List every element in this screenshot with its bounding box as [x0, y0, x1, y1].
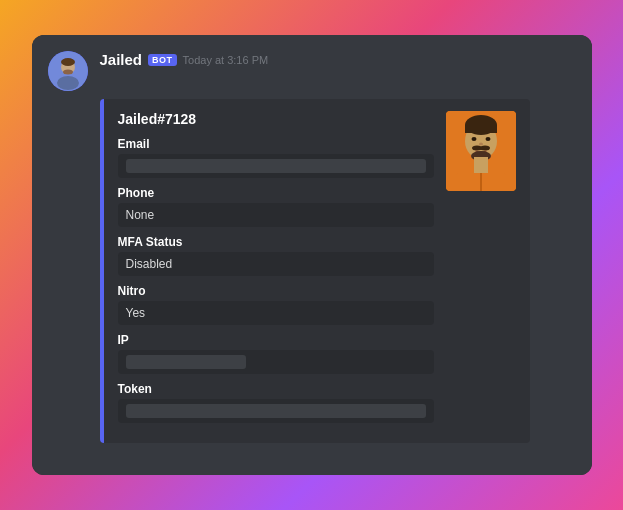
- svg-point-3: [63, 70, 73, 75]
- field-email-label: Email: [118, 137, 434, 151]
- field-token-label: Token: [118, 382, 434, 396]
- timestamp: Today at 3:16 PM: [183, 54, 269, 66]
- svg-point-9: [471, 137, 476, 141]
- app-window: Jailed BOT Today at 3:16 PM Jailed#7128 …: [32, 35, 592, 475]
- redacted-ip-bar: [126, 355, 246, 369]
- embed-title: Jailed#7128: [118, 111, 434, 127]
- field-ip-label: IP: [118, 333, 434, 347]
- field-token-value: [118, 399, 434, 423]
- svg-point-11: [479, 143, 483, 146]
- redacted-token-bar: [126, 404, 426, 418]
- embed-fields: Jailed#7128 Email Phone None MFA Status …: [118, 111, 434, 431]
- field-phone-label: Phone: [118, 186, 434, 200]
- chat-area: Jailed BOT Today at 3:16 PM Jailed#7128 …: [32, 35, 592, 475]
- embed: Jailed#7128 Email Phone None MFA Status …: [100, 99, 530, 443]
- username: Jailed: [100, 51, 143, 68]
- field-phone-value: None: [118, 203, 434, 227]
- field-mfa-value: Disabled: [118, 252, 434, 276]
- field-token: Token: [118, 382, 434, 423]
- field-mfa-label: MFA Status: [118, 235, 434, 249]
- field-ip-value: [118, 350, 434, 374]
- svg-rect-16: [474, 157, 488, 173]
- profile-photo-inner: [446, 111, 516, 191]
- bot-badge: BOT: [148, 54, 177, 66]
- redacted-email-bar: [126, 159, 426, 173]
- field-ip: IP: [118, 333, 434, 374]
- message-meta-container: Jailed BOT Today at 3:16 PM: [100, 51, 269, 70]
- field-email-value: [118, 154, 434, 178]
- field-email: Email: [118, 137, 434, 178]
- field-phone: Phone None: [118, 186, 434, 227]
- profile-photo-svg: [446, 111, 516, 191]
- field-nitro-label: Nitro: [118, 284, 434, 298]
- embed-content: Jailed#7128 Email Phone None MFA Status …: [118, 111, 516, 431]
- message-meta: Jailed BOT Today at 3:16 PM: [100, 51, 269, 68]
- svg-point-10: [485, 137, 490, 141]
- profile-photo: [446, 111, 516, 191]
- svg-point-13: [480, 146, 490, 151]
- field-nitro: Nitro Yes: [118, 284, 434, 325]
- svg-point-2: [61, 58, 75, 66]
- svg-rect-8: [465, 125, 497, 133]
- avatar: [48, 51, 88, 91]
- message-header: Jailed BOT Today at 3:16 PM: [48, 51, 576, 91]
- svg-point-4: [57, 76, 79, 90]
- field-nitro-value: Yes: [118, 301, 434, 325]
- field-mfa: MFA Status Disabled: [118, 235, 434, 276]
